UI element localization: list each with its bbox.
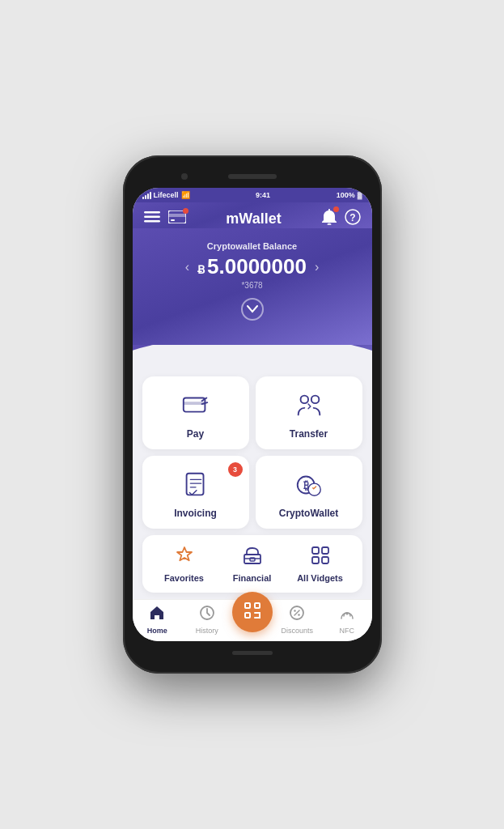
svg-point-19 (308, 483, 320, 495)
card-badge (183, 208, 188, 214)
status-bar: Lifecell 📶 9:41 100% ▓ (133, 188, 372, 202)
phone-frame: Lifecell 📶 9:41 100% ▓ mWallet (123, 155, 382, 674)
home-icon (149, 605, 165, 624)
status-right: 100% ▓ (337, 191, 362, 199)
svg-point-36 (294, 610, 296, 611)
transfer-label: Transfer (290, 428, 328, 440)
balance-row: ‹ Ƀ5.0000000 › (144, 254, 361, 279)
scan-icon (243, 601, 262, 623)
nav-discounts[interactable]: Discounts (273, 605, 323, 635)
status-left: Lifecell 📶 (142, 191, 190, 199)
balance-label: Cryptowallet Balance (144, 241, 361, 251)
invoicing-label: Invoicing (174, 508, 217, 519)
balance-amount: 5.0000000 (207, 254, 307, 278)
favorites-widget[interactable]: Favorites (150, 545, 218, 583)
svg-rect-26 (322, 557, 328, 563)
svg-rect-23 (312, 547, 319, 554)
favorites-label: Favorites (164, 573, 204, 583)
nav-history[interactable]: History (182, 605, 232, 635)
signal-bars (142, 192, 151, 199)
svg-point-6 (327, 223, 331, 226)
nav-nfc[interactable]: NFC (322, 605, 372, 635)
app-title: mWallet (226, 210, 281, 227)
svg-rect-2 (144, 220, 160, 223)
financial-label: Financial (233, 573, 272, 583)
svg-rect-4 (168, 214, 186, 217)
pay-card[interactable]: Pay (142, 376, 249, 449)
history-icon (199, 605, 215, 624)
phone-bottom-bar (133, 641, 372, 664)
balance-expand-button[interactable] (241, 298, 264, 321)
financial-widget[interactable]: Financial (218, 545, 286, 583)
pay-label: Pay (187, 428, 204, 440)
svg-rect-25 (312, 557, 319, 563)
card-button[interactable] (168, 210, 186, 227)
svg-rect-24 (322, 547, 328, 554)
discounts-icon (289, 605, 305, 624)
balance-prev-button[interactable]: ‹ (185, 260, 189, 274)
invoicing-badge: 3 (228, 462, 243, 477)
favorites-icon (174, 545, 195, 569)
svg-text:?: ? (349, 212, 355, 223)
phone-speaker (228, 174, 277, 179)
phone-screen: Lifecell 📶 9:41 100% ▓ mWallet (133, 188, 372, 641)
svg-rect-28 (245, 603, 250, 608)
status-time: 9:41 (256, 191, 270, 199)
carrier-label: Lifecell (154, 191, 179, 199)
battery-icon: ▓ (358, 192, 362, 199)
nav-home[interactable]: Home (133, 605, 183, 635)
transfer-icon (293, 389, 325, 422)
transfer-card[interactable]: Transfer (256, 376, 362, 449)
nfc-nav-label: NFC (340, 627, 355, 635)
wave-divider (133, 345, 372, 368)
invoicing-icon (180, 469, 212, 501)
history-nav-label: History (196, 627, 218, 635)
notification-button[interactable] (322, 209, 337, 228)
cryptowallet-label: CryptoWallet (279, 508, 339, 519)
scan-button[interactable] (232, 592, 273, 632)
balance-section: Cryptowallet Balance ‹ Ƀ5.0000000 › *367… (133, 228, 372, 345)
svg-point-38 (345, 613, 348, 615)
all-vidgets-widget[interactable]: All Vidgets (286, 545, 354, 583)
battery-label: 100% (337, 191, 355, 199)
wifi-icon: 📶 (181, 191, 190, 199)
balance-next-button[interactable]: › (315, 260, 319, 274)
help-button[interactable]: ? (345, 209, 361, 228)
all-vidgets-label: All Vidgets (297, 573, 343, 583)
svg-rect-5 (171, 219, 175, 221)
pay-icon (180, 389, 212, 422)
menu-button[interactable] (144, 211, 160, 226)
action-grid: Pay Transfer (142, 376, 362, 529)
phone-home-button (232, 651, 273, 655)
cryptowallet-card[interactable]: ₿ CryptoWallet (256, 456, 362, 529)
bottom-navigation: Home History (133, 599, 372, 641)
phone-camera (181, 173, 188, 180)
nfc-icon (339, 605, 355, 624)
svg-rect-29 (255, 603, 260, 608)
notification-badge (333, 206, 339, 212)
svg-rect-30 (245, 613, 250, 618)
svg-rect-0 (144, 211, 160, 214)
phone-top-bar (133, 165, 372, 188)
main-content: Pay Transfer (133, 368, 372, 599)
app-header: mWallet ? (133, 202, 372, 228)
svg-point-12 (311, 396, 319, 404)
svg-point-37 (299, 614, 300, 615)
cryptowallet-icon: ₿ (293, 469, 325, 501)
financial-icon (242, 545, 263, 569)
widget-row: Favorites Financial (142, 535, 362, 593)
all-vidgets-icon (310, 545, 331, 569)
header-right-icons: ? (322, 209, 361, 228)
balance-account: *3678 (144, 281, 361, 290)
home-nav-label: Home (147, 627, 167, 635)
discounts-nav-label: Discounts (281, 627, 313, 635)
svg-point-11 (300, 396, 308, 404)
currency-symbol: Ƀ (197, 263, 205, 276)
invoicing-card[interactable]: 3 Invoicing (142, 456, 249, 529)
svg-rect-1 (144, 216, 160, 219)
